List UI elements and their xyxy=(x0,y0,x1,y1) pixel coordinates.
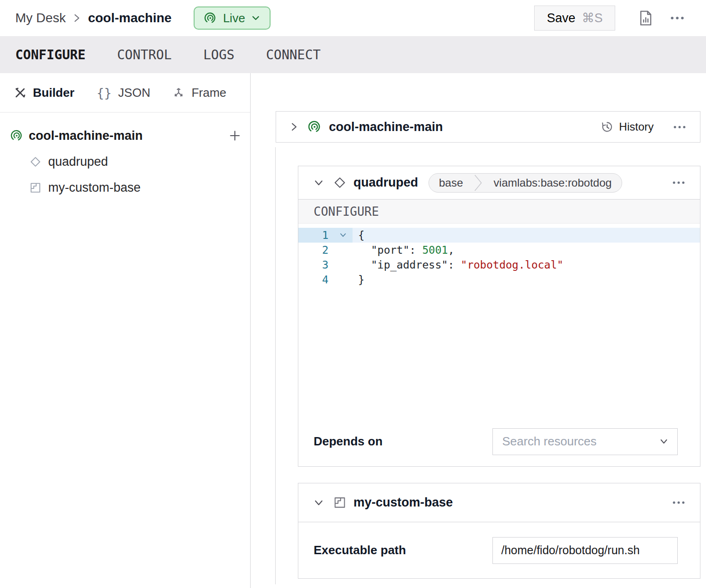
executable-path-input[interactable] xyxy=(501,544,669,557)
code-key: "ip_address": xyxy=(358,259,461,271)
curly-braces-icon: {} xyxy=(97,86,112,100)
resource-tree: cool-machine-main quadruped my-custom-ba… xyxy=(0,113,250,200)
config-sidebar: Builder {} JSON Frame xyxy=(0,73,251,588)
custom-base-card-menu[interactable] xyxy=(672,501,685,504)
save-shortcut: ⌘S xyxy=(582,11,603,25)
code-line-1[interactable]: 1 { xyxy=(298,228,700,243)
tab-connect[interactable]: CONNECT xyxy=(266,47,321,63)
fold-gutter xyxy=(333,272,353,287)
process-steps-icon xyxy=(334,496,346,509)
line-number: 3 xyxy=(298,257,333,272)
history-label: History xyxy=(619,120,654,133)
breadcrumb-separator-icon xyxy=(73,13,81,24)
mode-frame-label: Frame xyxy=(191,86,226,100)
search-resources-input[interactable] xyxy=(502,434,659,449)
collapse-quadruped-button[interactable] xyxy=(313,179,324,187)
header-overflow-menu[interactable] xyxy=(670,16,685,20)
code-line-4[interactable]: 4 } xyxy=(298,272,700,287)
chevron-down-icon xyxy=(251,15,260,21)
breadcrumb: My Desk cool-machine xyxy=(15,11,171,25)
code-text: { xyxy=(353,228,700,243)
builder-tools-icon xyxy=(14,87,26,99)
machine-card-title: cool-machine-main xyxy=(329,120,443,134)
report-icon[interactable] xyxy=(638,9,653,27)
fold-gutter xyxy=(333,257,353,272)
code-line-2[interactable]: 2 "port": 5001, xyxy=(298,243,700,257)
component-diamond-icon xyxy=(30,156,41,168)
line-number: 2 xyxy=(298,243,333,257)
code-text: } xyxy=(353,272,700,287)
mode-builder-label: Builder xyxy=(33,86,75,100)
quadruped-card: quadruped base viamlabs:base:robotdog CO… xyxy=(298,166,700,467)
tree-machine-label: cool-machine-main xyxy=(29,129,143,143)
tree-item-machine-part[interactable]: cool-machine-main xyxy=(0,123,250,149)
configure-section-label: CONFIGURE xyxy=(314,205,379,219)
badge-model: viamlabs:base:robotdog xyxy=(484,174,622,192)
depends-on-select[interactable] xyxy=(492,428,678,455)
tree-quadruped-label: quadruped xyxy=(48,155,108,169)
resource-type-badge: base viamlabs:base:robotdog xyxy=(429,173,623,193)
tab-control[interactable]: CONTROL xyxy=(117,47,172,63)
select-chevron-down-icon xyxy=(659,438,669,445)
machine-part-icon xyxy=(308,120,321,134)
save-button[interactable]: Save ⌘S xyxy=(534,6,615,31)
fold-gutter xyxy=(333,243,353,257)
tree-item-my-custom-base[interactable]: my-custom-base xyxy=(0,175,250,200)
mode-json[interactable]: {} JSON xyxy=(97,86,151,100)
custom-base-card-title: my-custom-base xyxy=(353,495,453,510)
executable-path-box xyxy=(492,537,678,564)
tab-logs[interactable]: LOGS xyxy=(203,47,234,63)
depends-on-label: Depends on xyxy=(314,434,383,449)
live-broadcast-icon xyxy=(204,12,217,25)
code-number-token: 5001 xyxy=(422,244,448,256)
top-header: My Desk cool-machine Live Save ⌘S xyxy=(0,0,706,36)
line-number: 1 xyxy=(298,228,333,243)
code-string-token: "robotdog.local" xyxy=(461,259,564,271)
badge-type: base xyxy=(429,174,473,192)
code-line-3[interactable]: 3 "ip_address": "robotdog.local" xyxy=(298,257,700,272)
code-text: "port": 5001, xyxy=(353,243,700,257)
custom-base-card: my-custom-base Executable path xyxy=(298,483,700,579)
quadruped-card-header: quadruped base viamlabs:base:robotdog xyxy=(298,166,700,200)
executable-path-label: Executable path xyxy=(314,543,406,557)
history-button[interactable]: History xyxy=(600,120,654,133)
badge-divider-icon xyxy=(473,173,484,193)
expand-machine-card-button[interactable] xyxy=(290,121,298,133)
live-status-label: Live xyxy=(223,11,245,25)
mode-json-label: JSON xyxy=(118,86,150,100)
machine-part-card: cool-machine-main History xyxy=(276,111,700,143)
quadruped-card-title: quadruped xyxy=(353,175,418,190)
depends-on-row: Depends on xyxy=(298,417,700,466)
mode-builder[interactable]: Builder xyxy=(14,86,75,100)
process-steps-icon xyxy=(30,182,41,194)
add-resource-button[interactable] xyxy=(228,129,242,143)
fold-chevron-icon[interactable] xyxy=(333,228,353,243)
executable-path-row: Executable path xyxy=(298,522,700,578)
history-clock-icon xyxy=(600,120,613,133)
machine-part-icon xyxy=(10,129,23,142)
code-text: "ip_address": "robotdog.local" xyxy=(353,257,700,272)
configure-section-header: CONFIGURE xyxy=(298,200,700,224)
machine-name: cool-machine xyxy=(88,11,171,25)
machine-card-menu[interactable] xyxy=(673,125,686,129)
machine-tabs: CONFIGURE CONTROL LOGS CONNECT xyxy=(0,36,706,73)
component-diamond-icon xyxy=(334,176,346,189)
code-key: "port": xyxy=(358,244,422,256)
frame-axes-icon xyxy=(172,87,185,99)
tab-configure[interactable]: CONFIGURE xyxy=(15,47,86,63)
tree-item-quadruped[interactable]: quadruped xyxy=(0,149,250,175)
config-mode-switcher: Builder {} JSON Frame xyxy=(0,73,250,113)
json-attributes-editor[interactable]: 1 { 2 "port": 5001, 3 "ip_address": "rob… xyxy=(298,224,700,417)
machine-status-dropdown[interactable]: Live xyxy=(194,6,271,30)
line-number: 4 xyxy=(298,272,333,287)
breadcrumb-parent-link[interactable]: My Desk xyxy=(15,11,66,25)
machine-page: My Desk cool-machine Live Save ⌘S xyxy=(0,0,706,588)
tree-guide-line xyxy=(275,147,276,584)
tree-base-label: my-custom-base xyxy=(48,181,141,195)
custom-base-card-header: my-custom-base xyxy=(298,483,700,522)
code-punct: , xyxy=(448,244,454,256)
save-label: Save xyxy=(547,11,575,25)
mode-frame[interactable]: Frame xyxy=(172,86,226,100)
collapse-base-button[interactable] xyxy=(313,499,324,507)
quadruped-card-menu[interactable] xyxy=(672,181,685,184)
